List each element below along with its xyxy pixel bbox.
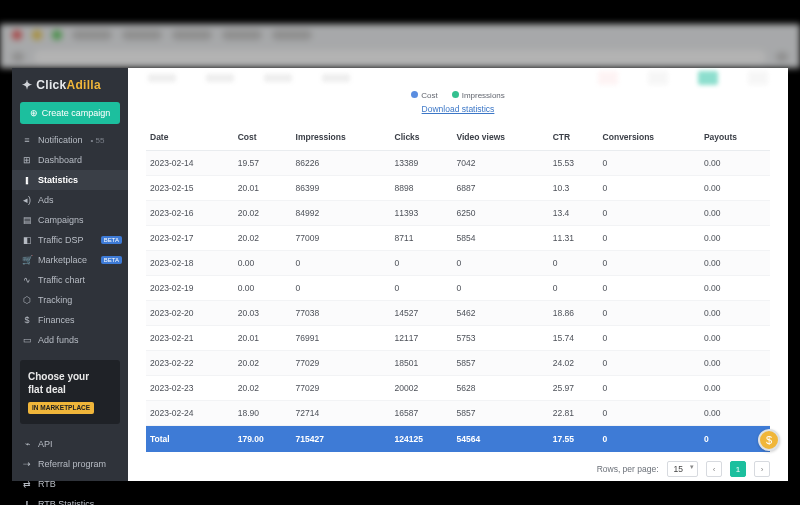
sidebar-item-add-funds[interactable]: ▭Add funds — [12, 330, 128, 350]
main-content: Cost Impressions Download statistics Dat… — [128, 68, 788, 481]
table-cell: 20.02 — [234, 201, 292, 226]
table-cell: 0.00 — [700, 251, 770, 276]
column-header[interactable]: CTR — [549, 124, 599, 151]
sidebar-item-ads[interactable]: ◂)Ads — [12, 190, 128, 210]
table-cell: 0 — [599, 276, 700, 301]
table-row[interactable]: 2023-02-1520.01863998898688710.300.00 — [146, 176, 770, 201]
promo-line2: flat deal — [28, 383, 112, 396]
table-cell: 25.97 — [549, 376, 599, 401]
pager-prev-button[interactable]: ‹ — [706, 461, 722, 477]
table-row[interactable]: 2023-02-2120.017699112117575315.7400.00 — [146, 326, 770, 351]
column-header[interactable]: Date — [146, 124, 234, 151]
column-header[interactable]: Impressions — [292, 124, 391, 151]
sidebar-item-rtb[interactable]: ⇄RTB — [12, 474, 128, 494]
card-icon: ▭ — [22, 335, 32, 345]
table-cell: 8711 — [391, 226, 453, 251]
sidebar-item-rtb-statistics[interactable]: ⫿RTB Statistics — [12, 494, 128, 505]
chart-icon: ⫿ — [22, 175, 32, 185]
rows-per-page-select[interactable]: 15 — [667, 461, 698, 477]
table-cell: 86399 — [292, 176, 391, 201]
brand-logo: ✦ ClickAdilla — [12, 68, 128, 100]
table-cell: 0 — [599, 201, 700, 226]
line-icon: ∿ — [22, 275, 32, 285]
table-cell: 11.31 — [549, 226, 599, 251]
download-statistics-link[interactable]: Download statistics — [422, 104, 495, 114]
table-cell: 77029 — [292, 351, 391, 376]
total-cell: 0 — [599, 426, 700, 453]
table-cell: 2023-02-16 — [146, 201, 234, 226]
table-cell: 15.74 — [549, 326, 599, 351]
table-cell: 22.81 — [549, 401, 599, 426]
table-row[interactable]: 2023-02-2220.027702918501585724.0200.00 — [146, 351, 770, 376]
sidebar-item-statistics[interactable]: ⫿Statistics — [12, 170, 128, 190]
sidebar-item-referral-program[interactable]: ⇢Referral program — [12, 454, 128, 474]
total-cell: 54564 — [452, 426, 548, 453]
sidebar-item-marketplace[interactable]: 🛒MarketplaceBETA — [12, 250, 128, 270]
table-cell: 2023-02-19 — [146, 276, 234, 301]
coin-icon: $ — [766, 434, 772, 446]
column-header[interactable]: Video views — [452, 124, 548, 151]
table-cell: 13.4 — [549, 201, 599, 226]
sidebar-item-dashboard[interactable]: ⊞Dashboard — [12, 150, 128, 170]
sidebar-item-api[interactable]: ⌁API — [12, 434, 128, 454]
table-row[interactable]: 2023-02-1720.02770098711585411.3100.00 — [146, 226, 770, 251]
sidebar-item-traffic-chart[interactable]: ∿Traffic chart — [12, 270, 128, 290]
sidebar-item-notification[interactable]: ≡Notification• 55 — [12, 130, 128, 150]
legend-cost: Cost — [411, 91, 437, 100]
beta-badge: BETA — [101, 236, 122, 244]
table-cell: 84992 — [292, 201, 391, 226]
table-cell: 18501 — [391, 351, 453, 376]
table-cell: 77029 — [292, 376, 391, 401]
table-cell: 0 — [452, 251, 548, 276]
table-cell: 2023-02-20 — [146, 301, 234, 326]
grid-icon: ⊞ — [22, 155, 32, 165]
table-cell: 0.00 — [700, 301, 770, 326]
stats-table: DateCostImpressionsClicksVideo viewsCTRC… — [146, 124, 770, 452]
help-fab-button[interactable]: $ — [758, 429, 780, 451]
column-header[interactable]: Cost — [234, 124, 292, 151]
table-row[interactable]: 2023-02-180.00000000.00 — [146, 251, 770, 276]
table-row[interactable]: 2023-02-1620.028499211393625013.400.00 — [146, 201, 770, 226]
table-cell: 0 — [599, 226, 700, 251]
table-cell: 20.01 — [234, 326, 292, 351]
table-row[interactable]: 2023-02-2320.027702920002562825.9700.00 — [146, 376, 770, 401]
table-cell: 0.00 — [700, 351, 770, 376]
pager-page-button[interactable]: 1 — [730, 461, 746, 477]
table-row[interactable]: 2023-02-2020.037703814527546218.8600.00 — [146, 301, 770, 326]
promo-chip: IN MARKETPLACE — [28, 402, 94, 414]
table-row[interactable]: 2023-02-1419.578622613389704215.5300.00 — [146, 151, 770, 176]
table-cell: 2023-02-24 — [146, 401, 234, 426]
sidebar-item-label: Traffic DSP — [38, 235, 84, 245]
table-cell: 2023-02-15 — [146, 176, 234, 201]
sidebar-item-finances[interactable]: $Finances — [12, 310, 128, 330]
table-cell: 20.02 — [234, 351, 292, 376]
table-cell: 0.00 — [700, 276, 770, 301]
pager-next-button[interactable]: › — [754, 461, 770, 477]
table-cell: 5628 — [452, 376, 548, 401]
table-row[interactable]: 2023-02-2418.907271416587585722.8100.00 — [146, 401, 770, 426]
table-cell: 7042 — [452, 151, 548, 176]
table-cell: 0 — [599, 301, 700, 326]
sidebar-item-label: Traffic chart — [38, 275, 85, 285]
sidebar-item-traffic-dsp[interactable]: ◧Traffic DSPBETA — [12, 230, 128, 250]
table-row[interactable]: 2023-02-190.00000000.00 — [146, 276, 770, 301]
sidebar-item-label: Notification — [38, 135, 83, 145]
rtb-icon: ⇄ — [22, 479, 32, 489]
table-cell: 5462 — [452, 301, 548, 326]
column-header[interactable]: Clicks — [391, 124, 453, 151]
sidebar-item-campaigns[interactable]: ▤Campaigns — [12, 210, 128, 230]
link-icon: ⬡ — [22, 295, 32, 305]
table-cell: 12117 — [391, 326, 453, 351]
promo-box[interactable]: Choose your flat deal IN MARKETPLACE — [20, 360, 120, 424]
create-campaign-button[interactable]: ⊕ Create campaign — [20, 102, 120, 124]
column-header[interactable]: Conversions — [599, 124, 700, 151]
table-cell: 11393 — [391, 201, 453, 226]
table-cell: 20.03 — [234, 301, 292, 326]
column-header[interactable]: Payouts — [700, 124, 770, 151]
nav-bottom: ⌁API⇢Referral program⇄RTB⫿RTB Statistics — [12, 434, 128, 505]
plus-icon: ⊕ — [30, 108, 38, 118]
table-cell: 0 — [391, 251, 453, 276]
sidebar-item-tracking[interactable]: ⬡Tracking — [12, 290, 128, 310]
table-cell: 20.02 — [234, 376, 292, 401]
table-cell: 0.00 — [700, 226, 770, 251]
